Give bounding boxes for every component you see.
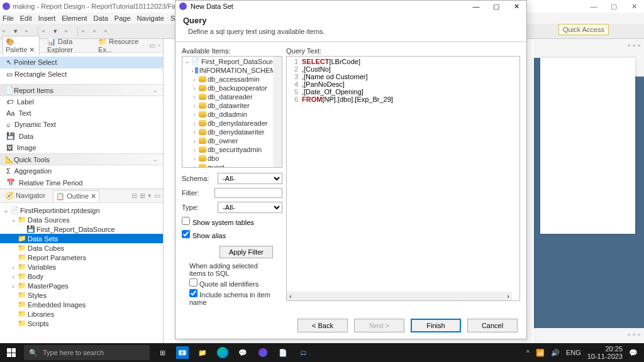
available-items-tree[interactable]: ⌄📄First_Report_DataSource ›INFORMATION_S… bbox=[182, 56, 282, 168]
apply-filter-button[interactable]: Apply Filter bbox=[219, 246, 273, 258]
resource-explorer-tab[interactable]: 📁 Resource Ex... bbox=[96, 36, 144, 55]
query-text-editor[interactable]: 1SELECT [LBrCode] 2 ,[CustNo] 3 ,[Name o… bbox=[286, 56, 520, 301]
tree-data-sets[interactable]: 📁Data Sets bbox=[0, 234, 163, 243]
quick-tool-aggregation[interactable]: ΣAggregation bbox=[0, 165, 163, 177]
toolbar-btn-icon[interactable]: ▫ bbox=[638, 41, 640, 49]
toolbar-icon[interactable]: ▫ bbox=[65, 27, 74, 36]
menu-insert[interactable]: Insert bbox=[38, 14, 56, 22]
tree-embedded-images[interactable]: 📁Embedded Images bbox=[0, 300, 163, 309]
tree-master-pages[interactable]: ›📁MasterPages bbox=[0, 281, 163, 290]
db-item[interactable]: ›dbo bbox=[182, 154, 282, 163]
tree-body[interactable]: ›📁Body bbox=[0, 272, 163, 281]
db-item[interactable]: ›guest bbox=[182, 163, 282, 168]
report-item-data[interactable]: 💾Data bbox=[0, 130, 163, 142]
tree-data-cubes[interactable]: 📁Data Cubes bbox=[0, 243, 163, 253]
include-schema-checkbox[interactable]: Include schema in item name bbox=[189, 289, 275, 306]
navigator-tab[interactable]: 🧭 Navigator bbox=[3, 190, 48, 201]
start-button[interactable] bbox=[0, 343, 23, 362]
outline-tab[interactable]: 📋 Outline ✕ bbox=[53, 190, 99, 202]
rectangle-select[interactable]: ▭ Rectangle Select bbox=[0, 69, 163, 80]
taskbar-eclipse-icon[interactable] bbox=[257, 346, 269, 359]
network-icon[interactable]: 📶 bbox=[536, 349, 545, 357]
taskbar-search[interactable]: 🔍 Type here to search bbox=[24, 345, 150, 360]
menu-element[interactable]: Element bbox=[62, 14, 87, 22]
taskbar-app-icon[interactable]: 📁 bbox=[196, 346, 209, 359]
type-select[interactable]: -All- bbox=[218, 202, 282, 213]
cancel-button[interactable]: Cancel bbox=[467, 319, 518, 332]
taskbar-app-icon[interactable]: 🗂 bbox=[297, 346, 309, 359]
toolbar-btn-icon[interactable]: ▫ bbox=[628, 41, 630, 49]
filter-input[interactable] bbox=[214, 188, 282, 198]
tree-report-parameters[interactable]: 📁Report Parameters bbox=[0, 253, 163, 262]
report-items-header[interactable]: 📄 Report Items⌄ bbox=[0, 84, 163, 96]
taskbar-app-icon[interactable]: 📧 bbox=[176, 346, 189, 359]
db-item[interactable]: ›db_backupoperator bbox=[182, 84, 282, 92]
tree-variables[interactable]: ›📁Variables bbox=[0, 262, 163, 272]
db-item[interactable]: ›db_denydatawriter bbox=[182, 128, 282, 136]
menu-page[interactable]: Page bbox=[114, 14, 131, 22]
toolbar-icon[interactable]: ▾ bbox=[53, 27, 62, 36]
maximize-button[interactable]: ▢ bbox=[606, 3, 621, 11]
dialog-maximize-button[interactable]: ▢ bbox=[490, 3, 502, 11]
tree-root[interactable]: ⌄📄FirstReportinbirt.rptdesign bbox=[0, 206, 163, 215]
menu-data[interactable]: Data bbox=[94, 14, 108, 22]
toolbar-icon[interactable]: ▫ bbox=[3, 27, 11, 36]
taskbar-edge-icon[interactable] bbox=[216, 346, 229, 359]
toolbar-icon[interactable]: ▫ bbox=[42, 27, 51, 36]
db-item[interactable]: ›db_denydatareader bbox=[182, 119, 282, 128]
tree-libraries[interactable]: 📁Libraries bbox=[0, 309, 163, 319]
tree-scripts[interactable]: 📁Scripts bbox=[0, 319, 163, 328]
quick-tools-header[interactable]: 📐 Quick Tools⌄ bbox=[0, 153, 163, 165]
taskbar-app-icon[interactable]: 💬 bbox=[236, 346, 249, 359]
bottom-toolbar-icon[interactable]: ▫ bbox=[633, 331, 635, 341]
taskbar-app-icon[interactable]: 📄 bbox=[277, 346, 289, 359]
toolbar-icon[interactable]: ▫ bbox=[25, 27, 34, 36]
report-canvas[interactable] bbox=[540, 58, 635, 234]
back-button[interactable]: < Back bbox=[297, 319, 348, 332]
report-item-dynamic-text[interactable]: ⎐Dynamic Text bbox=[0, 119, 163, 130]
data-explorer-tab[interactable]: 📊 Data Explorer bbox=[45, 36, 91, 55]
close-button[interactable]: ✕ bbox=[626, 3, 641, 11]
notification-icon[interactable]: 💬 bbox=[629, 349, 638, 357]
next-button[interactable]: Next > bbox=[354, 319, 404, 332]
tree-data-sources[interactable]: ⌄📁Data Sources bbox=[0, 215, 163, 224]
toolbar-btn-icon[interactable]: ▫ bbox=[633, 41, 635, 49]
pointer-select[interactable]: ↖ Pointer Select bbox=[0, 57, 163, 69]
report-item-label[interactable]: 🏷Label bbox=[0, 96, 163, 107]
db-item[interactable]: ›db_owner bbox=[182, 136, 282, 145]
menu-file[interactable]: File bbox=[3, 14, 14, 22]
taskbar-clock[interactable]: 20:25 10-11-2023 bbox=[587, 345, 623, 360]
toolbar-icon[interactable]: ▫ bbox=[104, 27, 113, 36]
bottom-toolbar-icon[interactable]: ▫ bbox=[638, 331, 640, 341]
dialog-close-button[interactable]: ✕ bbox=[510, 3, 523, 11]
finish-button[interactable]: Finish bbox=[411, 319, 461, 332]
menu-navigate[interactable]: Navigate bbox=[137, 14, 164, 22]
language-indicator[interactable]: ENG bbox=[566, 349, 581, 356]
db-item[interactable]: ›db_ddladmin bbox=[182, 110, 282, 119]
report-item-text[interactable]: AaText bbox=[0, 107, 163, 119]
volume-icon[interactable]: 🔊 bbox=[551, 349, 560, 357]
quote-identifiers-checkbox[interactable]: Quote all identifiers bbox=[189, 278, 258, 288]
show-alias-checkbox[interactable]: Show alias bbox=[182, 230, 226, 239]
quick-tool-relative-time[interactable]: 📅Relative Time Period bbox=[0, 177, 163, 189]
db-item[interactable]: ›db_accessadmin bbox=[182, 75, 282, 84]
bottom-toolbar-icon[interactable]: ▫ bbox=[628, 331, 630, 341]
db-item[interactable]: ›db_datareader bbox=[182, 92, 282, 101]
toolbar-icon[interactable]: ▫ bbox=[93, 27, 102, 36]
db-item[interactable]: ›db_datawriter bbox=[182, 101, 282, 110]
db-item[interactable]: ›db_securityadmin bbox=[182, 145, 282, 154]
tree-data-source-item[interactable]: 💾First_Report_DataSource bbox=[0, 224, 163, 234]
minimize-button[interactable]: — bbox=[586, 3, 601, 11]
dialog-minimize-button[interactable]: — bbox=[470, 3, 482, 11]
report-item-image[interactable]: 🖼Image bbox=[0, 142, 163, 153]
toolbar-icon[interactable]: ▫ bbox=[82, 27, 91, 36]
schema-select[interactable]: -All- bbox=[218, 173, 282, 184]
query-horizontal-scrollbar[interactable]: ‹› bbox=[287, 292, 512, 300]
db-item[interactable]: ›INFORMATION_SCHEMA bbox=[182, 66, 282, 75]
menu-edit[interactable]: Edit bbox=[20, 14, 32, 22]
quick-access-box[interactable]: Quick Access bbox=[558, 24, 609, 35]
show-system-checkbox[interactable]: Show system tables bbox=[182, 217, 254, 226]
chevron-up-icon[interactable]: ^ bbox=[526, 349, 530, 356]
task-view-icon[interactable]: ⊞ bbox=[156, 346, 169, 359]
tree-scrollbar[interactable] bbox=[273, 57, 282, 167]
